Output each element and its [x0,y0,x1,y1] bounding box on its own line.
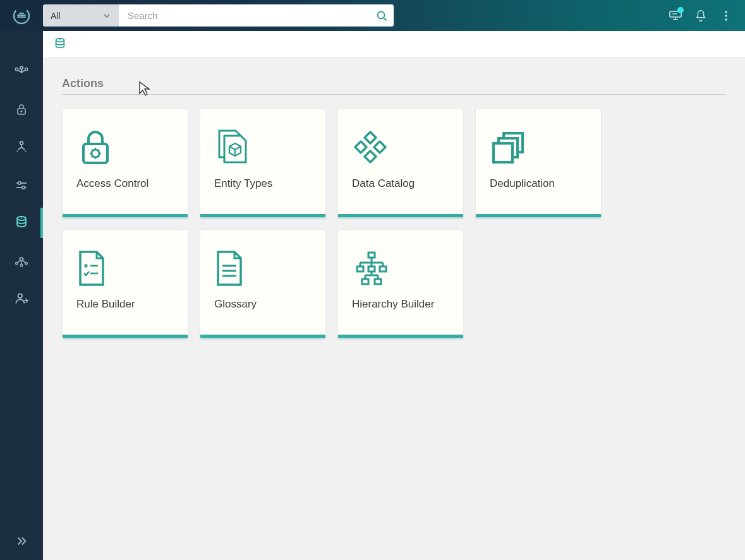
svg-rect-42 [368,253,375,258]
section-title: Actions [62,77,726,95]
side-nav-rail [0,31,43,560]
slider-icon [14,177,29,193]
svg-rect-48 [357,266,363,271]
card-data-catalog[interactable]: Data Catalog [337,109,464,218]
share-nodes-icon [13,253,30,269]
lock-gear-icon [76,128,114,168]
nav-item-5-active[interactable] [0,204,43,242]
svg-point-23 [18,294,22,298]
svg-rect-56 [375,279,381,284]
nav-item-4[interactable] [0,166,43,204]
svg-rect-55 [362,279,368,284]
card-label: Data Catalog [352,177,449,190]
search-category-label: All [51,11,61,21]
layers-icon [490,129,529,166]
search-input[interactable] [119,4,394,27]
action-cards-grid: Access Control Entity Types [62,109,726,338]
search-button[interactable] [370,4,394,27]
notifications-button[interactable] [688,3,713,28]
svg-rect-50 [380,266,386,271]
card-deduplication[interactable]: Deduplication [475,109,602,218]
server-status-button[interactable] [663,3,688,28]
stack-icon [14,215,29,231]
svg-line-34 [98,150,99,151]
lock-plus-icon [14,102,29,117]
svg-point-22 [20,265,22,266]
nav-item-3[interactable] [0,128,43,166]
logo-icon [12,6,31,25]
svg-rect-49 [368,266,375,271]
checklist-doc-icon [76,249,107,287]
svg-point-19 [20,258,23,261]
app-logo[interactable] [0,0,43,31]
nav-item-7[interactable] [0,280,43,318]
nav-item-2[interactable] [0,90,43,128]
expand-rail-button[interactable] [0,528,43,554]
chevron-down-icon [102,11,111,20]
card-label: Deduplication [490,177,587,190]
search-icon [376,10,387,21]
nav-item-6[interactable] [0,242,43,280]
stack-icon [53,36,67,52]
sprout-icon [13,63,30,80]
svg-point-14 [18,182,21,184]
documents-cube-icon [214,128,251,167]
svg-rect-26 [83,144,107,163]
svg-point-9 [725,18,727,20]
diamonds-icon [352,129,389,166]
card-label: Access Control [76,177,174,190]
card-access-control[interactable]: Access Control [62,109,188,218]
svg-rect-36 [494,143,512,162]
card-rule-builder[interactable]: Rule Builder [62,229,188,338]
status-badge-dot [677,7,684,13]
svg-line-2 [384,18,386,20]
svg-point-16 [22,186,25,189]
svg-point-10 [20,66,23,69]
search-box: All [43,4,394,27]
more-menu-button[interactable] [713,3,739,28]
card-label: Entity Types [214,177,312,190]
svg-line-33 [98,156,99,157]
hierarchy-tree-icon [352,250,391,287]
card-label: Glossary [214,298,312,311]
page-context-icon[interactable] [53,36,67,52]
card-label: Hierarchy Builder [352,298,449,311]
card-label: Rule Builder [76,298,174,311]
user-arrow-icon [13,290,30,307]
svg-line-35 [92,156,93,157]
svg-point-8 [725,15,727,16]
kebab-icon [720,9,732,22]
main-content: Actions Access Control [43,58,745,560]
svg-point-12 [20,141,23,145]
card-glossary[interactable]: Glossary [200,229,326,338]
document-lines-icon [214,249,245,287]
branch-icon [13,139,30,155]
svg-line-32 [92,150,93,151]
card-entity-types[interactable]: Entity Types [200,109,326,218]
chevron-double-right-icon [15,534,28,548]
nav-item-1[interactable] [0,52,43,90]
card-hierarchy-builder[interactable]: Hierarchy Builder [337,229,464,338]
top-header: All [0,0,745,31]
page-toolbar [43,31,745,58]
search-category-dropdown[interactable]: All [43,4,119,27]
bell-icon [694,9,708,23]
svg-point-7 [725,11,727,13]
